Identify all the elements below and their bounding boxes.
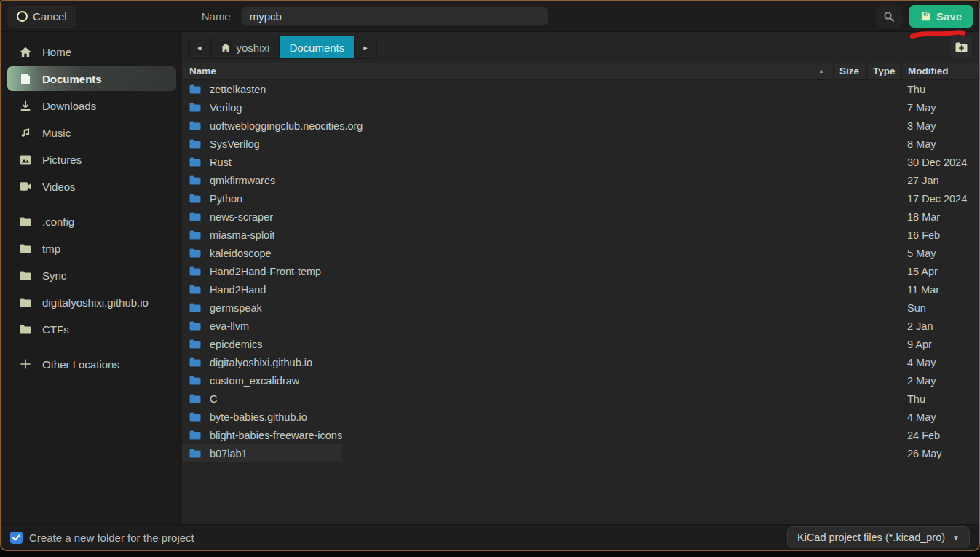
folder-icon bbox=[189, 357, 201, 367]
folder-icon bbox=[189, 139, 201, 149]
file-name-cell: Rust bbox=[182, 157, 833, 168]
cancel-button[interactable]: Cancel bbox=[7, 6, 76, 28]
file-row[interactable]: Rust 30 Dec 2024 bbox=[182, 153, 979, 171]
path-segment-label: yoshixi bbox=[237, 42, 270, 54]
folder-icon bbox=[189, 303, 201, 312]
chevron-right-icon: ▸ bbox=[363, 43, 368, 52]
file-type-dropdown[interactable]: KiCad project files (*.kicad_pro) ▼ bbox=[787, 526, 970, 548]
file-row[interactable]: qmkfirmwares 27 Jan bbox=[182, 171, 979, 189]
file-row[interactable]: germspeak Sun bbox=[182, 299, 979, 317]
document-icon bbox=[19, 74, 31, 84]
column-header-type[interactable]: Type bbox=[866, 63, 901, 79]
search-button[interactable] bbox=[876, 6, 902, 28]
sidebar-folder-item[interactable]: .config bbox=[7, 209, 176, 234]
file-row[interactable]: Hand2Hand 11 Mar bbox=[182, 280, 979, 299]
create-folder-option[interactable]: Create a new folder for the project bbox=[10, 532, 194, 544]
sidebar-item-label: .config bbox=[42, 216, 74, 228]
cancel-label: Cancel bbox=[33, 10, 67, 23]
folder-icon bbox=[189, 103, 201, 112]
file-modified: 17 Dec 2024 bbox=[901, 193, 979, 205]
sidebar-item-music[interactable]: Music bbox=[7, 120, 176, 145]
file-name: zettelkasten bbox=[210, 84, 266, 95]
path-segment-home[interactable]: yoshixi bbox=[211, 36, 280, 58]
column-header-size[interactable]: Size bbox=[833, 63, 866, 79]
sidebar-item-label: Sync bbox=[42, 269, 66, 282]
file-name: Rust bbox=[210, 157, 232, 168]
sidebar-item-videos[interactable]: Videos bbox=[7, 174, 176, 199]
column-header-modified[interactable]: Modified bbox=[901, 63, 979, 79]
file-row[interactable]: epicdemics 9 Apr bbox=[182, 335, 979, 353]
chevron-down-icon: ▼ bbox=[952, 534, 960, 542]
column-header-name[interactable]: Name ▲ bbox=[182, 63, 833, 79]
file-name: custom_excalidraw bbox=[210, 375, 299, 387]
file-row[interactable]: byte-babies.github.io 4 May bbox=[182, 408, 979, 426]
file-modified: 3 May bbox=[901, 120, 979, 132]
file-name: SysVerilog bbox=[210, 138, 260, 150]
file-modified: 4 May bbox=[901, 357, 979, 368]
sidebar-item-home[interactable]: Home bbox=[7, 39, 176, 64]
path-forward-button[interactable]: ▸ bbox=[355, 36, 376, 58]
file-row[interactable]: zettelkasten Thu bbox=[182, 80, 979, 98]
sidebar-item-label: Downloads bbox=[42, 100, 96, 112]
search-icon bbox=[883, 11, 895, 23]
file-row[interactable]: news-scraper 18 Mar bbox=[182, 208, 979, 226]
file-name: blight-babies-freeware-icons bbox=[210, 430, 342, 441]
filename-group: Name bbox=[202, 7, 548, 26]
file-modified: 5 May bbox=[901, 248, 979, 259]
file-name-cell: zettelkasten bbox=[182, 84, 833, 95]
sidebar-item-label: Other Locations bbox=[42, 358, 119, 371]
home-icon bbox=[221, 43, 231, 52]
folder-icon bbox=[189, 449, 201, 458]
file-row[interactable]: uoftwebloggingclub.neocities.org 3 May bbox=[182, 116, 979, 135]
sidebar-item-label: tmp bbox=[42, 242, 60, 255]
file-name-cell: eva-llvm bbox=[182, 320, 833, 332]
sidebar-item-label: Documents bbox=[42, 73, 102, 85]
file-modified: Thu bbox=[901, 84, 979, 95]
file-row[interactable]: C Thu bbox=[182, 390, 979, 408]
file-row[interactable]: blight-babies-freeware-icons 24 Feb bbox=[182, 426, 979, 444]
file-row[interactable]: custom_excalidraw 2 May bbox=[182, 371, 979, 390]
path-segment-documents[interactable]: Documents bbox=[280, 36, 355, 58]
folder-icon bbox=[189, 194, 201, 203]
file-name: epicdemics bbox=[210, 339, 263, 350]
sidebar-folder-item[interactable]: tmp bbox=[7, 236, 176, 261]
file-name-cell: germspeak bbox=[182, 302, 833, 314]
file-row[interactable]: Python 17 Dec 2024 bbox=[182, 189, 979, 208]
sidebar-folder-item[interactable]: CTFs bbox=[7, 317, 176, 341]
file-row[interactable]: Hand2Hand-Front-temp 15 Apr bbox=[182, 262, 979, 280]
file-name: digitalyoshixi.github.io bbox=[210, 357, 312, 368]
file-row[interactable]: SysVerilog 8 May bbox=[182, 135, 979, 153]
file-name: uoftwebloggingclub.neocities.org bbox=[210, 120, 363, 132]
file-name-cell: byte-babies.github.io bbox=[182, 411, 833, 423]
create-folder-label: Create a new folder for the project bbox=[29, 532, 194, 544]
new-folder-button[interactable] bbox=[949, 36, 973, 59]
file-row[interactable]: miasma-sploit 16 Feb bbox=[182, 226, 979, 244]
sidebar-item-downloads[interactable]: Downloads bbox=[7, 93, 176, 118]
folder-icon bbox=[189, 212, 201, 221]
sort-ascending-icon: ▲ bbox=[818, 68, 824, 74]
sidebar-item-other-locations[interactable]: Other Locations bbox=[7, 352, 176, 376]
folder-icon bbox=[189, 376, 201, 385]
file-row[interactable]: eva-llvm 2 Jan bbox=[182, 317, 979, 335]
file-row[interactable]: digitalyoshixi.github.io 4 May bbox=[182, 353, 979, 371]
save-button[interactable]: Save bbox=[909, 5, 973, 28]
folder-icon bbox=[189, 248, 201, 258]
sidebar-item-documents[interactable]: Documents bbox=[7, 66, 176, 91]
file-row[interactable]: kaleidoscope 5 May bbox=[182, 244, 979, 262]
sidebar-item-label: Pictures bbox=[42, 154, 82, 166]
file-name-cell: news-scraper bbox=[182, 211, 833, 223]
checkbox-checked-icon[interactable] bbox=[10, 532, 23, 544]
filename-input[interactable] bbox=[241, 7, 548, 26]
folder-icon bbox=[189, 339, 201, 349]
path-back-button[interactable]: ◂ bbox=[189, 36, 211, 58]
sidebar-folder-item[interactable]: digitalyoshixi.github.io bbox=[7, 290, 176, 315]
file-row[interactable]: b07lab1 26 May bbox=[182, 444, 979, 462]
save-project-dialog: Cancel Name bbox=[0, 0, 980, 551]
sidebar-item-pictures[interactable]: Pictures bbox=[7, 147, 176, 172]
file-row[interactable]: Verilog 7 May bbox=[182, 98, 979, 116]
sidebar-folder-item[interactable]: Sync bbox=[7, 263, 176, 288]
plus-icon bbox=[19, 359, 31, 369]
column-label: Size bbox=[839, 66, 859, 76]
file-name-cell: blight-babies-freeware-icons bbox=[182, 430, 833, 441]
file-modified: 27 Jan bbox=[901, 175, 979, 186]
